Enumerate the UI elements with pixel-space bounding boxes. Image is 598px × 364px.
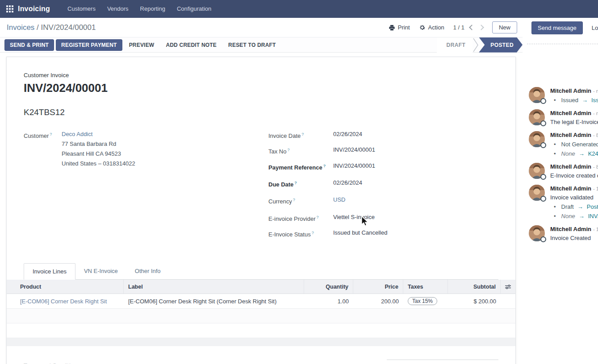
breadcrumb-invoices-link[interactable]: Invoices	[7, 23, 34, 32]
breadcrumb-current: INV/2024/00001	[41, 23, 96, 32]
einvoice-provider-label: E-invoice Provider?	[268, 213, 333, 223]
message-content: Mitchell Admin- now Issued→Issued but Ca…	[550, 87, 598, 103]
tracking-new: Issued but Cancelled	[591, 97, 598, 103]
help-icon: ?	[301, 132, 304, 136]
action-button[interactable]: Action	[419, 24, 444, 31]
print-button[interactable]: Print	[389, 24, 410, 31]
field-einvoice-provider: E-invoice Provider? Viettel S-invoice	[268, 213, 498, 223]
message-content: Mitchell Admin- 16 minutes ago Invoice C…	[550, 225, 598, 241]
preview-button[interactable]: PREVIEW	[124, 40, 159, 50]
pager-prev-icon[interactable]	[469, 25, 475, 30]
column-options-cell	[501, 280, 515, 294]
tracking-old: None	[561, 150, 575, 157]
tab-invoice-lines[interactable]: Invoice Lines	[24, 263, 75, 280]
empty-row	[7, 309, 515, 323]
pager-next-icon[interactable]	[478, 25, 484, 30]
line-price-cell: 200.00	[353, 298, 403, 305]
column-header-label[interactable]: Label	[124, 280, 304, 294]
tracking-old: Not Generated	[561, 141, 598, 148]
totals-block: Untaxed Amount: $ 200.00 Tax 15%: $ 30.0…	[387, 360, 498, 364]
line-quantity-cell: 1.00	[304, 298, 353, 305]
message-content: Mitchell Admin- now The legal E-Invoice …	[550, 109, 598, 125]
message-time: - 8 minutes ago	[593, 132, 598, 138]
column-header-quantity[interactable]: Quantity	[304, 280, 353, 294]
avatar	[529, 163, 545, 179]
action-label: Action	[428, 24, 444, 31]
customer-link[interactable]: Deco Addict	[62, 131, 92, 137]
message-time: - now	[593, 88, 598, 94]
tax-no-value[interactable]: INV/2024/00001	[333, 145, 375, 156]
customer-address-line1: 77 Santa Barbara Rd	[62, 140, 135, 149]
column-header-product[interactable]: Product	[16, 280, 124, 294]
invoice-date-value[interactable]: 02/26/2024	[333, 130, 362, 141]
field-due-date: Due Date? 02/26/2024	[268, 178, 498, 189]
tracking-arrow-icon: →	[579, 150, 585, 157]
message-time: - 16 minutes ago	[593, 227, 598, 232]
avatar	[529, 109, 545, 125]
tracking-new: Posted	[587, 203, 598, 210]
invoice-number: INV/2024/00001	[24, 81, 498, 95]
tracking-old: None	[561, 213, 575, 219]
status-step-chevron	[473, 37, 479, 53]
send-print-button[interactable]: SEND & PRINT	[4, 39, 54, 51]
field-invoice-date: Invoice Date? 02/26/2024	[268, 130, 498, 141]
column-options-icon[interactable]	[505, 284, 511, 290]
column-header-price[interactable]: Price	[353, 280, 403, 294]
payment-reference-value[interactable]: INV/2024/00001	[333, 161, 375, 172]
log-note-button[interactable]: Log note	[592, 25, 598, 31]
message: Mitchell Admin- now Issued→Issued but Ca…	[529, 87, 598, 103]
message: Mitchell Admin- 8 minutes ago Not Genera…	[529, 131, 598, 157]
top-navbar: Invoicing Customers Vendors Reporting Co…	[0, 0, 598, 18]
message-status-icon	[540, 196, 546, 202]
table-row[interactable]: [E-COM06] Corner Desk Right Sit [E-COM06…	[7, 294, 515, 309]
nav-item-reporting[interactable]: Reporting	[134, 0, 171, 18]
main-column: Invoices / INV/2024/00001 Print Action 1…	[0, 18, 523, 364]
apps-menu[interactable]: Invoicing	[6, 5, 50, 13]
avatar	[529, 225, 545, 241]
message: Mitchell Admin- 8 minutes ago E-Invoice …	[529, 163, 598, 179]
printer-icon	[389, 25, 395, 31]
pager-count: 1 / 1	[453, 24, 464, 31]
tracking-arrow-icon: →	[582, 97, 588, 103]
message-author: Mitchell Admin	[550, 185, 591, 192]
message-time: - 8 minutes ago	[593, 164, 598, 170]
status-step-posted[interactable]: POSTED	[479, 37, 523, 53]
invoice-lines-table: Product Label Quantity Price Taxes Subto…	[7, 280, 515, 346]
register-payment-button[interactable]: REGISTER PAYMENT	[56, 39, 122, 51]
statusbar-buttons: SEND & PRINT REGISTER PAYMENT PREVIEW AD…	[4, 39, 281, 51]
tab-vn-einvoice[interactable]: VN E-Invoice	[75, 263, 126, 280]
due-date-value[interactable]: 02/26/2024	[333, 178, 362, 189]
apps-grid-icon[interactable]	[6, 5, 13, 12]
message-list: Mitchell Admin- now Issued→Issued but Ca…	[523, 87, 598, 241]
status-step-draft[interactable]: DRAFT	[437, 37, 473, 53]
tracking-arrow-icon: →	[579, 213, 585, 219]
reset-to-draft-button[interactable]: RESET TO DRAFT	[223, 40, 281, 50]
app-title[interactable]: Invoicing	[18, 5, 50, 13]
column-header-subtotal[interactable]: Subtotal	[448, 280, 501, 294]
customer-address-line2: Pleasant Hill CA 94523	[62, 149, 135, 158]
gear-icon	[419, 24, 426, 31]
nav-item-configuration[interactable]: Configuration	[171, 0, 217, 18]
einvoice-status-value[interactable]: Issued but Cancelled	[333, 228, 387, 239]
terms-placeholder[interactable]: Terms and Conditions	[24, 362, 80, 364]
message-content: Mitchell Admin- 8 minutes ago Not Genera…	[550, 131, 598, 157]
product-link[interactable]: [E-COM06] Corner Desk Right Sit	[20, 298, 107, 305]
nav-item-vendors[interactable]: Vendors	[101, 0, 134, 18]
payment-reference-label: Payment Reference?	[268, 161, 333, 172]
print-label: Print	[398, 24, 410, 31]
pager: 1 / 1	[453, 24, 483, 31]
message-body: The legal E-Invoice has been cancelled	[550, 119, 598, 125]
table-footer-strip	[7, 338, 515, 346]
tax-no-label: Tax No?	[268, 145, 333, 156]
currency-value[interactable]: USD	[333, 195, 345, 206]
add-credit-note-button[interactable]: ADD CREDIT NOTE	[161, 40, 222, 50]
tab-other-info[interactable]: Other Info	[126, 263, 169, 280]
tracking-new: K24TBS12	[588, 150, 598, 157]
tax-badge: Tax 15%	[408, 297, 437, 305]
new-button[interactable]: New	[492, 21, 517, 33]
nav-item-customers[interactable]: Customers	[62, 0, 101, 18]
table-header-row: Product Label Quantity Price Taxes Subto…	[7, 280, 515, 294]
column-header-taxes[interactable]: Taxes	[403, 280, 448, 294]
send-message-button[interactable]: Send message	[531, 21, 583, 34]
einvoice-provider-value[interactable]: Viettel S-invoice	[333, 213, 375, 223]
